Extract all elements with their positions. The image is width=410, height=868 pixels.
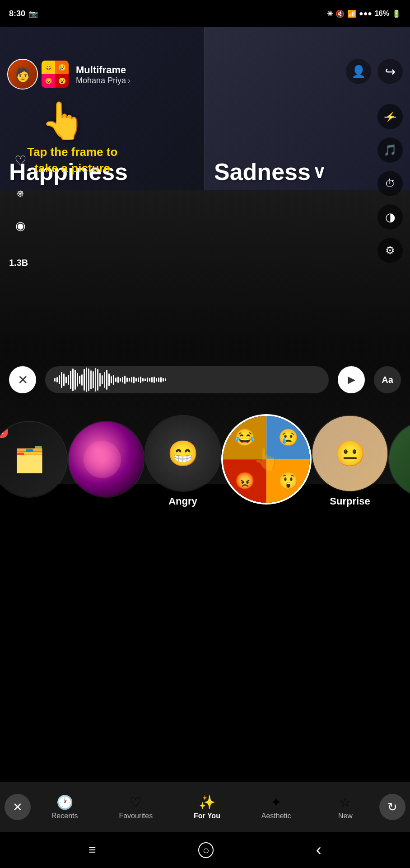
waveform-display <box>45 366 329 393</box>
signal-icon: ●●● <box>359 9 372 18</box>
for-you-icon: ✨ <box>199 794 215 810</box>
face-close-visual: 😐 <box>312 416 387 491</box>
refresh-icon: ↻ <box>387 800 397 814</box>
av2: 😢 <box>55 61 69 74</box>
contrast-icon: ◑ <box>385 210 396 224</box>
back-icon: ‹ <box>316 840 321 859</box>
user-info-block: 😄 😢 😡 😮 <box>42 61 69 88</box>
share-button[interactable]: ⎈ <box>9 182 32 204</box>
camera-status-icon: 📷 <box>29 9 38 18</box>
recents-icon: 🕐 <box>56 794 73 810</box>
frame-label-sadness: Sadness∨ <box>214 158 326 185</box>
avatar-image: 🧑 <box>8 60 37 89</box>
tab-new[interactable]: ☆ New <box>327 792 363 823</box>
battery-icon: 🔋 <box>392 9 401 18</box>
recents-label: Recents <box>51 812 78 820</box>
home-button[interactable]: ○ <box>185 838 228 862</box>
font-icon: Aa <box>382 375 393 385</box>
tap-instruction: · · · 👆 Tap the frame totake a picture <box>27 99 117 177</box>
orb-visual <box>69 422 144 497</box>
filter-label-angry: Angry <box>168 495 197 507</box>
multiframe-avatar: 😄 😢 😡 😮 <box>42 61 69 88</box>
aesthetic-icon: ✦ <box>270 794 282 810</box>
user-subtitle[interactable]: Mohana Priya › <box>76 76 130 85</box>
contrast-button[interactable]: ◑ <box>377 204 403 230</box>
camera-bottom <box>0 190 410 353</box>
aesthetic-label: Aesthetic <box>261 812 291 820</box>
nav-refresh-button[interactable]: ↻ <box>379 794 405 820</box>
filter-thumb-multiframe: 😂 😢 😡 😲 👆 <box>221 414 312 505</box>
profile-avatar[interactable]: 🧑 <box>7 59 38 90</box>
mute-icon: 🔇 <box>335 9 345 18</box>
play-icon: ▶ <box>348 374 355 386</box>
flash-off-icon: ⚡ <box>385 111 396 122</box>
filter-item-orb[interactable] <box>68 421 144 501</box>
add-friend-icon: 👤 <box>351 65 366 79</box>
view-button[interactable]: ◉ <box>9 214 32 237</box>
waveform-play-button[interactable]: ▶ <box>338 366 365 393</box>
top-right-actions: 👤 ↩ <box>346 59 403 84</box>
filter-item-angry[interactable]: 😁 Angry <box>144 415 221 507</box>
flash-off-button[interactable]: ⚡ <box>377 104 403 129</box>
back-button[interactable]: ‹ <box>303 836 335 864</box>
music-button[interactable]: 🎵 <box>377 137 403 163</box>
av3: 😡 <box>42 74 55 88</box>
timer-icon: ⏱ <box>385 177 396 190</box>
waveform-close-button[interactable]: ✕ <box>9 366 36 393</box>
like-button[interactable]: ♡ <box>9 149 32 172</box>
nav-tabs: 🕐 Recents ♡ Favourites ✨ For You ✦ Aesth… <box>31 792 379 823</box>
filter-item-multiframe[interactable]: 😂 😢 😡 😲 👆 <box>221 414 312 508</box>
add-friend-button[interactable]: 👤 <box>346 59 371 84</box>
view-count: 1.3B <box>9 258 28 268</box>
waveform-area: ✕ <box>0 353 410 407</box>
sliders-icon: ⚙ <box>385 244 395 257</box>
filter-item-green[interactable]: 😊 <box>388 421 410 501</box>
new-icon: ☆ <box>339 794 351 810</box>
filter-label-surprise: Surprise <box>330 495 370 507</box>
filter-item-notification[interactable]: 1 🗂️ <box>0 421 68 501</box>
green-filter-visual: 😊 <box>389 422 410 497</box>
timer-button[interactable]: ⏱ <box>377 171 403 196</box>
left-action-icons: ♡ ⎈ ◉ <box>9 149 32 237</box>
right-action-icons: ⚡ 🎵 ⏱ ◑ ⚙ <box>377 104 403 263</box>
tab-for-you[interactable]: ✨ For You <box>189 792 225 823</box>
nav-close-button[interactable]: ✕ <box>5 794 31 820</box>
repost-button[interactable]: ↩ <box>377 59 403 84</box>
filter-title: Multiframe <box>76 64 130 76</box>
sparkles-decoration: · · · <box>72 154 97 159</box>
repost-icon: ↩ <box>385 64 396 79</box>
filter-thumb-orb <box>68 421 144 498</box>
camera-area: Happiness Sadness∨ 🧑 👤 ↩ 😄 😢 😡 😮 <box>0 27 410 353</box>
status-left: 8:30 📷 <box>9 9 38 19</box>
favourites-label: Favourites <box>119 812 153 820</box>
smile-face-visual: 😁 <box>145 416 220 491</box>
bottom-nav: ✕ 🕐 Recents ♡ Favourites ✨ For You ✦ Aes… <box>0 782 410 832</box>
battery-display: 16% <box>375 9 389 18</box>
status-right: ✳ 🔇 📶 ●●● 16% 🔋 <box>327 9 401 18</box>
waveform-font-button[interactable]: Aa <box>374 366 401 393</box>
system-nav: ≡ ○ ‹ <box>0 832 410 868</box>
filter-carousel: 1 🗂️ 😁 Angry 😂 😢 😡 😲 <box>0 407 410 515</box>
tab-aesthetic[interactable]: ✦ Aesthetic <box>257 792 296 823</box>
filter-thumb-angry: 😁 <box>144 415 221 492</box>
av4: 😮 <box>55 74 69 88</box>
waveform-close-icon: ✕ <box>18 373 28 387</box>
filter-thumb-notification: 1 🗂️ <box>0 421 68 498</box>
new-label: New <box>338 812 353 820</box>
tab-favourites[interactable]: ♡ Favourites <box>114 792 157 823</box>
home-icon: ○ <box>198 842 214 858</box>
share-icon: ⎈ <box>17 186 24 200</box>
filter-item-surprise[interactable]: 😐 Surprise <box>312 415 388 507</box>
music-icon: 🎵 <box>383 144 397 156</box>
tab-recents[interactable]: 🕐 Recents <box>47 792 83 823</box>
status-bar: 8:30 📷 ✳ 🔇 📶 ●●● 16% 🔋 <box>0 0 410 27</box>
chevron-down-icon: ∨ <box>312 161 326 182</box>
wifi-icon: 📶 <box>347 9 356 18</box>
eye-icon: ◉ <box>15 219 26 233</box>
menu-icon: ≡ <box>89 843 96 857</box>
sliders-button[interactable]: ⚙ <box>377 238 403 263</box>
favourites-icon: ♡ <box>130 794 142 810</box>
time-display: 8:30 <box>9 9 25 19</box>
hand-cursor-icon: 👆 <box>41 99 117 142</box>
menu-button[interactable]: ≡ <box>75 838 109 862</box>
